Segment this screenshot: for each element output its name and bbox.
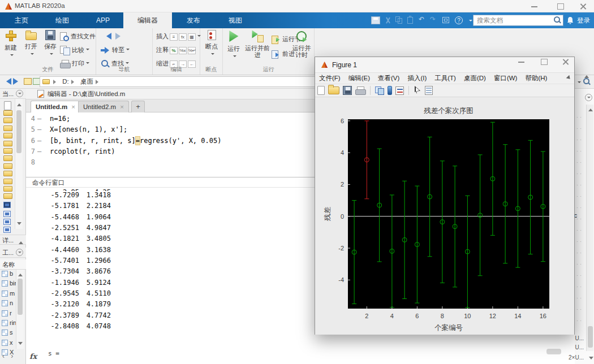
switch-window-icon[interactable]	[442, 16, 451, 24]
figure-minimize-icon[interactable]	[513, 57, 532, 72]
folder-icon[interactable]	[3, 148, 12, 154]
current-folder-menu-icon[interactable]	[16, 90, 23, 97]
horizontal-scrollbar-thumb[interactable]	[546, 349, 561, 354]
scrollbar-thumb[interactable]	[588, 326, 593, 348]
back-arrow-icon[interactable]	[103, 33, 111, 40]
ribbon-tab-视图[interactable]: 视图	[215, 12, 256, 28]
paste-icon[interactable]	[406, 16, 415, 24]
up-folder-icon[interactable]	[24, 78, 32, 85]
nav-forward-icon[interactable]	[13, 78, 21, 85]
matlab-file-icon[interactable]	[3, 227, 11, 233]
save-button[interactable]: 保存	[42, 30, 59, 58]
folder-icon[interactable]	[3, 193, 12, 199]
figure-window[interactable]: Figure 1 文件(F)编辑(E)查看(V)插入(I)工具(T)桌面(D)窗…	[315, 57, 575, 335]
window-minimize-icon[interactable]	[526, 2, 543, 11]
doc-search-input[interactable]	[473, 15, 563, 26]
save-figure-icon[interactable]	[343, 86, 352, 95]
new-figure-icon[interactable]	[317, 86, 325, 95]
compare-button[interactable]: 比较	[60, 45, 89, 55]
forward-arrow-icon[interactable]	[115, 33, 124, 40]
breakpoints-button[interactable]: 断点	[203, 30, 221, 58]
figure-menu-item[interactable]: 查看(V)	[374, 74, 403, 83]
run-button[interactable]: 运行	[224, 30, 243, 60]
search-icon[interactable]	[553, 16, 562, 25]
sign-in-link[interactable]: 登录	[577, 16, 590, 25]
scroll-down-icon[interactable]	[17, 222, 21, 227]
breadcrumb-drive[interactable]: D:	[62, 78, 69, 85]
window-close-icon[interactable]	[575, 2, 592, 11]
figure-menu-item[interactable]: 插入(I)	[403, 74, 431, 83]
run-and-time-button[interactable]: 运行并计时	[290, 30, 313, 58]
scrollbar-thumb[interactable]	[16, 110, 21, 153]
figure-menu-item[interactable]: 窗口(W)	[490, 74, 522, 83]
insert-image-icon[interactable]: ▦	[188, 33, 196, 41]
figure-maximize-icon[interactable]	[536, 57, 555, 72]
folder-icon[interactable]	[3, 141, 12, 146]
workspace-scrollbar[interactable]	[16, 270, 24, 349]
details-header[interactable]: 详...	[0, 235, 26, 245]
panel-up-icon[interactable]	[584, 73, 589, 78]
figure-menu-item[interactable]: 文件(F)	[315, 74, 345, 83]
ribbon-tab-APP[interactable]: APP	[83, 12, 123, 28]
new-script-button[interactable]: 新建	[2, 30, 19, 59]
figure-close-icon[interactable]	[557, 57, 576, 72]
command-window-output[interactable]: -2.854.25-5.72091.3418-5.17812.2184-5.44…	[26, 188, 252, 333]
nav-back-icon[interactable]	[3, 78, 11, 85]
current-folder-header[interactable]: 当...	[0, 89, 26, 99]
redo-icon[interactable]: ↷	[430, 15, 436, 23]
folder-icon[interactable]	[3, 133, 12, 138]
scroll-down-icon[interactable]	[18, 342, 23, 347]
ribbon-tab-发布[interactable]: 发布	[172, 12, 215, 28]
fx-icon[interactable]: fx	[29, 352, 37, 361]
print-figure-icon[interactable]	[355, 86, 365, 95]
matlab-file-icon[interactable]	[3, 211, 11, 217]
folder-icon[interactable]	[3, 171, 12, 176]
undo-icon[interactable]: ↶	[419, 15, 424, 23]
folder-icon[interactable]	[3, 186, 12, 192]
notification-bell-icon[interactable]	[567, 16, 574, 24]
figure-menu-item[interactable]: 编辑(E)	[345, 74, 374, 83]
pager-left-icon[interactable]: ‹	[2, 352, 5, 360]
details-collapse-icon[interactable]	[19, 239, 23, 244]
matlab-file-icon[interactable]	[3, 219, 11, 225]
scroll-up-icon[interactable]	[17, 101, 21, 106]
quick-access-dropdown-icon[interactable]	[469, 20, 472, 23]
property-inspector-icon[interactable]	[425, 86, 433, 95]
copy-icon[interactable]	[395, 16, 404, 24]
comment-percent-icon[interactable]: %	[170, 47, 178, 54]
figure-title-bar[interactable]: Figure 1	[315, 57, 574, 73]
panel-menu-icon[interactable]	[585, 94, 592, 101]
figure-menu-item[interactable]: 工具(T)	[431, 74, 460, 83]
folder-icon[interactable]	[3, 118, 12, 123]
ribbon-tab-绘图[interactable]: 绘图	[42, 12, 83, 28]
quick-save-icon[interactable]	[371, 16, 380, 24]
ribbon-tab-主页[interactable]: 主页	[1, 12, 42, 28]
workspace-pager[interactable]: ‹ ›	[2, 352, 13, 360]
scroll-up-icon[interactable]	[588, 106, 593, 111]
edit-plot-cursor-icon[interactable]	[414, 86, 421, 95]
figure-menu-item[interactable]: 桌面(D)	[460, 74, 490, 83]
scroll-down-icon[interactable]	[589, 357, 593, 362]
editor-scrollbar[interactable]	[586, 105, 593, 351]
cut-icon[interactable]	[384, 16, 393, 24]
file-icon[interactable]	[4, 101, 11, 110]
find-files-button[interactable]: 查找文件	[60, 31, 96, 41]
new-tab-button[interactable]: +	[131, 101, 145, 112]
current-folder-scrollbar[interactable]	[15, 99, 23, 229]
addressbar-dropdown-icon[interactable]	[578, 81, 581, 85]
tab-untitled2[interactable]: Untitled2.m×	[78, 101, 129, 112]
goto-button[interactable]: 转至	[101, 45, 130, 55]
addressbar-search-icon[interactable]	[583, 77, 592, 86]
folder-icon[interactable]	[3, 179, 12, 184]
help-icon[interactable]: ?	[455, 16, 463, 24]
insert-button[interactable]: 插入≡fx▦	[156, 31, 201, 41]
tab-close-icon[interactable]: ×	[120, 103, 124, 110]
workspace-menu-icon[interactable]	[16, 249, 23, 256]
tab-close-icon[interactable]: ×	[71, 103, 75, 110]
workspace-header[interactable]: 工...	[0, 248, 26, 258]
run-and-advance-button[interactable]: 运行并前进	[244, 30, 270, 58]
pager-right-icon[interactable]: ›	[11, 352, 13, 360]
workspace-name-column-header[interactable]: 名称	[0, 259, 26, 270]
open-file-icon[interactable]	[328, 86, 339, 94]
folder-icon[interactable]	[3, 110, 12, 116]
